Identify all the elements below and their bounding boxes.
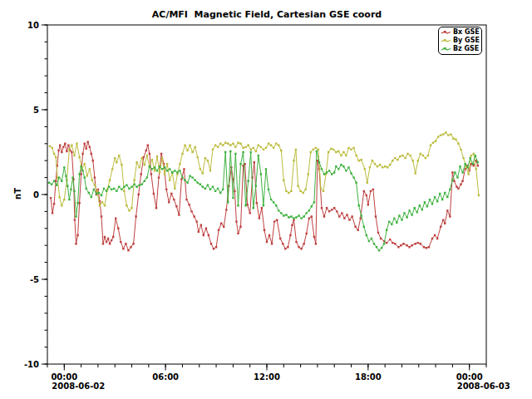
legend-line-sample-icon xyxy=(441,29,451,36)
x-tick-label: 00:00 xyxy=(51,372,77,382)
y-tick-label: 5 xyxy=(33,106,39,115)
x-tick-label: 00:00 xyxy=(456,372,483,382)
y-tick-label: -10 xyxy=(24,360,39,369)
legend-item-bx: Bx GSE xyxy=(441,28,480,37)
plot-frame xyxy=(47,25,486,364)
y-tick-label: 0 xyxy=(33,190,39,200)
x-date-label: 2008-06-02 xyxy=(52,382,105,391)
y-tick-label: 10 xyxy=(27,21,39,30)
legend-item-by: By GSE xyxy=(441,37,480,45)
y-tick-label: -5 xyxy=(30,275,39,284)
legend-label: Bx GSE xyxy=(453,29,480,36)
legend: Bx GSE By GSE Bz GSE xyxy=(438,27,482,55)
x-tick-label: 06:00 xyxy=(152,372,179,382)
legend-label: Bz GSE xyxy=(453,46,479,52)
plot-title: AC/MFI Magnetic Field, Cartesian GSE coo… xyxy=(47,9,486,20)
magnetic-field-plot: 1050-5-1000:002008-06-0206:0012:0018:000… xyxy=(0,0,532,399)
x-tick-label: 18:00 xyxy=(355,372,382,382)
x-date-label: 2008-06-03 xyxy=(457,382,510,391)
legend-line-sample-icon xyxy=(441,37,451,44)
x-tick-label: 12:00 xyxy=(254,372,280,382)
plot-area: 1050-5-1000:002008-06-0206:0012:0018:000… xyxy=(0,0,532,399)
legend-item-bz: Bz GSE xyxy=(441,45,480,53)
legend-line-sample-icon xyxy=(441,46,451,52)
legend-label: By GSE xyxy=(453,37,480,44)
y-axis-label: nT xyxy=(13,181,25,206)
